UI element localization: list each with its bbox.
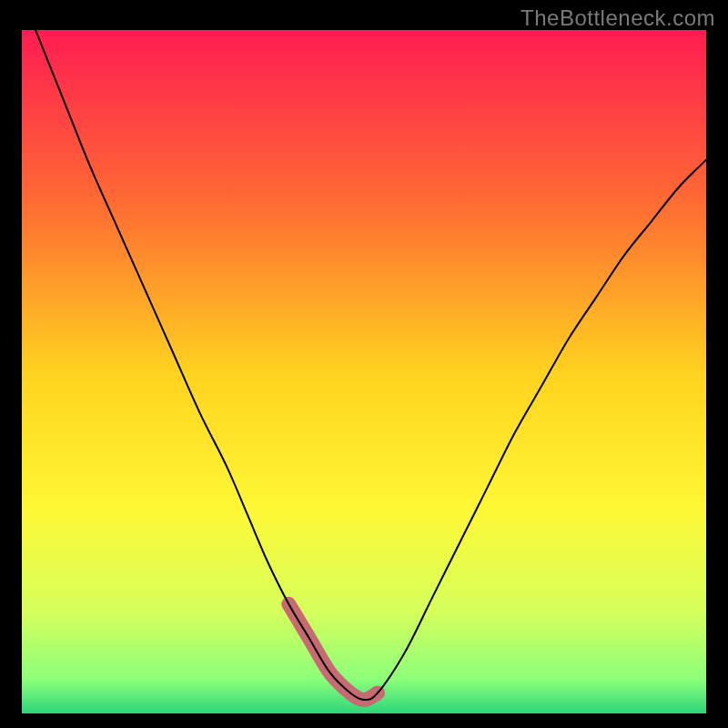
watermark-text: TheBottleneck.com (521, 5, 715, 31)
chart-background-gradient (22, 30, 706, 713)
chart-stage: TheBottleneck.com (0, 0, 728, 728)
bottleneck-chart (22, 30, 706, 713)
